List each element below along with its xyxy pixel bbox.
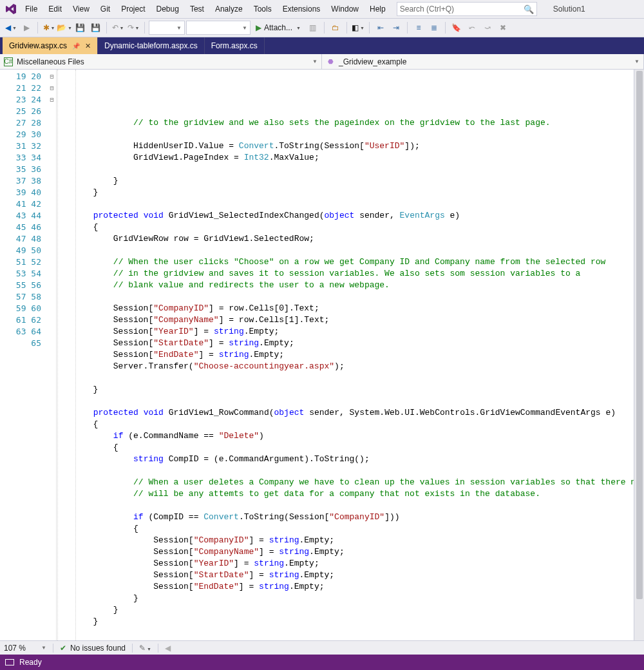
code-line[interactable]: } [58,616,634,627]
code-line[interactable]: Session["YearID"] = string.Empty; [58,326,634,338]
code-line[interactable]: } [58,604,634,616]
menu-project[interactable]: Project [116,2,150,16]
attach-debugger-button[interactable]: ▶ Attach... ▼ [252,21,305,35]
redo-button[interactable]: ↷▼ [126,21,140,35]
project-scope-dropdown[interactable]: C# Miscellaneous Files ▼ [0,54,322,69]
zoom-dropdown-icon[interactable]: ▼ [41,645,46,651]
nav-forward-button[interactable]: ▶ [19,21,33,35]
vertical-scrollbar[interactable] [634,70,644,640]
menu-tools[interactable]: Tools [249,2,277,16]
code-line[interactable]: } [58,593,634,604]
open-file-button[interactable]: 📂▼ [57,21,71,35]
menu-debug[interactable]: Debug [151,2,184,16]
zoom-level[interactable]: 107 % [4,644,35,653]
next-bookmark-button[interactable]: ⤻ [480,21,495,35]
solution-platform-dropdown[interactable]: ▼ [186,21,251,35]
code-line[interactable]: Session["CompanyID"] = row.Cells[0].Text… [58,303,634,314]
find-in-files-button[interactable]: 🗀 [328,21,343,35]
code-line[interactable]: GridViewRow row = GridView1.SelectedRow; [58,233,634,245]
close-tab-icon[interactable]: ✕ [85,42,91,50]
member-dropdown[interactable]: ⬣ _Gridview_example ▼ [322,54,644,69]
code-line[interactable] [58,465,634,477]
code-line[interactable] [58,198,634,210]
breakpoint-margin[interactable] [0,70,10,640]
code-line[interactable]: { [58,222,634,233]
solution-name[interactable]: Solution1 [547,2,592,16]
menu-window[interactable]: Window [326,2,364,16]
scrollbar-thumb[interactable] [636,71,643,599]
code-line[interactable]: Session["StartDate"] = string.Empty; [58,570,634,581]
prev-bookmark-button[interactable]: ⤺ [465,21,479,35]
code-line[interactable]: Session["CompanyName"] = row.Cells[1].Te… [58,314,634,326]
code-line[interactable]: Session["EndDate"] = string.Empty; [58,349,634,361]
menu-test[interactable]: Test [185,2,209,16]
error-summary[interactable]: ✔ No issues found [60,644,126,653]
code-line[interactable]: GridView1.PageIndex = Int32.MaxValue; [58,152,634,164]
code-line[interactable]: Session["YearID"] = string.Empty; [58,558,634,570]
code-line[interactable] [58,291,634,303]
code-line[interactable]: // blank value and redirects the user to… [58,280,634,291]
code-line[interactable] [58,372,634,384]
menu-file[interactable]: File [20,2,43,16]
document-tab[interactable]: Form.aspx.cs [205,37,265,54]
live-share-button[interactable]: ◧▼ [351,21,365,35]
code-line[interactable]: HiddenUserID.Value = Convert.ToString(Se… [58,140,634,152]
code-line[interactable]: { [58,523,634,535]
code-line[interactable]: // When the user clicks "Choose" on a ro… [58,256,634,268]
code-line[interactable]: // to the gridview and we also sets the … [58,117,634,129]
code-line[interactable]: Session["CompanyName"] = string.Empty; [58,546,634,558]
code-line[interactable]: { [58,419,634,430]
menu-extensions[interactable]: Extensions [278,2,326,16]
code-line[interactable]: Session["EndDate"] = string.Empty; [58,581,634,593]
document-tab[interactable]: Dynamic-tableform.aspx.cs [98,37,205,54]
window-layout-icon[interactable] [5,659,14,665]
intellisense-toggle[interactable]: ✎▼ [139,644,151,653]
code-line[interactable]: Server.Transfer("Choose-accountingyear.a… [58,361,634,372]
horizontal-scroll-left-icon[interactable]: ◀ [165,644,191,653]
pin-icon[interactable]: 📌 [72,43,80,50]
code-line[interactable] [58,129,634,140]
code-line[interactable]: } [58,175,634,187]
code-line[interactable]: // When a user deletes a Company we have… [58,477,634,488]
code-line[interactable] [58,164,634,175]
menu-git[interactable]: Git [95,2,115,16]
code-line[interactable]: // in the gridview and saves it to sessi… [58,268,634,280]
code-line[interactable] [58,627,634,639]
code-line[interactable] [58,396,634,407]
code-line[interactable]: protected void GridView1_SelectedIndexCh… [58,210,634,222]
new-project-button[interactable]: ✱▼ [42,21,56,35]
menu-view[interactable]: View [68,2,95,16]
code-line[interactable]: string CompID = (e.CommandArgument).ToSt… [58,454,634,465]
code-line[interactable]: protected void GridView1_RowCommand(obje… [58,407,634,419]
code-line[interactable]: } [58,187,634,198]
bookmark-button[interactable]: 🔖 [450,21,464,35]
undo-button[interactable]: ↶▼ [111,21,125,35]
indent-less-button[interactable]: ⇤ [374,21,388,35]
code-line[interactable]: Session["StartDate"] = string.Empty; [58,338,634,349]
solution-config-dropdown[interactable]: ▼ [149,21,185,35]
menu-edit[interactable]: Edit [43,2,67,16]
indent-more-button[interactable]: ⇥ [389,21,403,35]
menu-help[interactable]: Help [365,2,391,16]
comment-button[interactable]: ≡ [412,21,426,35]
clear-bookmarks-button[interactable]: ✖ [496,21,510,35]
save-all-button[interactable]: 💾 [88,21,102,35]
debug-target-button[interactable]: ▥ [306,21,320,35]
save-button[interactable]: 💾 [73,21,87,35]
code-line[interactable] [58,245,634,256]
code-line[interactable]: Session["CompanyID"] = string.Empty; [58,535,634,546]
code-line[interactable]: if (CompID == Convert.ToString(Session["… [58,512,634,523]
global-search-input[interactable]: Search (Ctrl+Q) 🔍 [397,2,537,16]
code-line[interactable]: } [58,639,634,640]
code-area[interactable]: // to the gridview and we also sets the … [57,70,634,640]
nav-back-button[interactable]: ◀▼ [4,21,18,35]
code-editor[interactable]: 19 20 21 22 23 24 25 26 27 28 29 30 31 3… [0,70,644,640]
code-line[interactable]: if (e.CommandName == "Delete") [58,430,634,442]
code-line[interactable]: { [58,442,634,454]
document-tab[interactable]: Gridview.aspx.cs📌✕ [3,37,98,54]
code-line[interactable]: } [58,384,634,396]
code-line[interactable] [58,500,634,512]
outlining-margin[interactable]: ⊟ ⊟ ⊟ [48,70,57,640]
code-line[interactable]: // will be any attemts to get data for a… [58,488,634,500]
menu-analyze[interactable]: Analyze [210,2,248,16]
